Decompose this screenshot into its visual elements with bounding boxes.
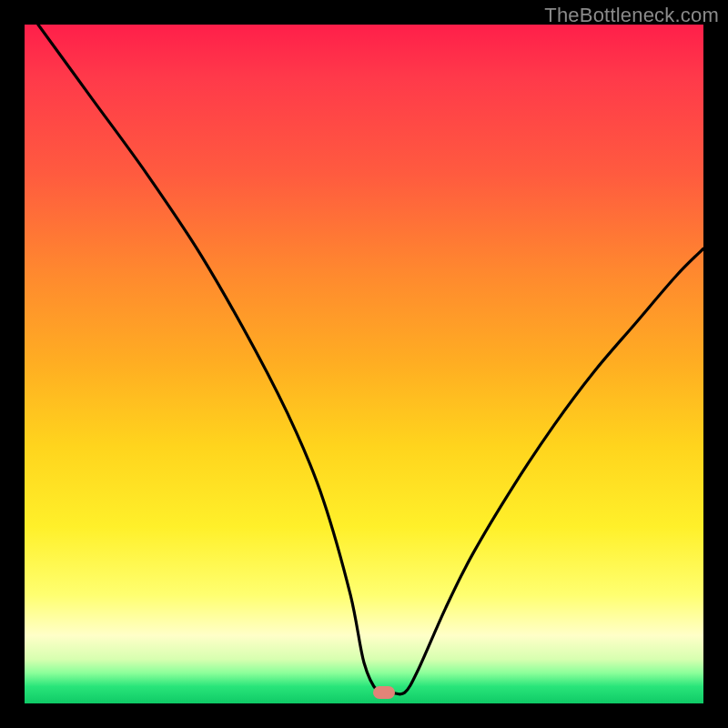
optimum-marker bbox=[373, 686, 395, 699]
plot-area bbox=[25, 25, 703, 703]
watermark-text: TheBottleneck.com bbox=[544, 4, 719, 27]
bottleneck-curve bbox=[25, 25, 703, 703]
chart-frame: TheBottleneck.com bbox=[0, 0, 728, 728]
